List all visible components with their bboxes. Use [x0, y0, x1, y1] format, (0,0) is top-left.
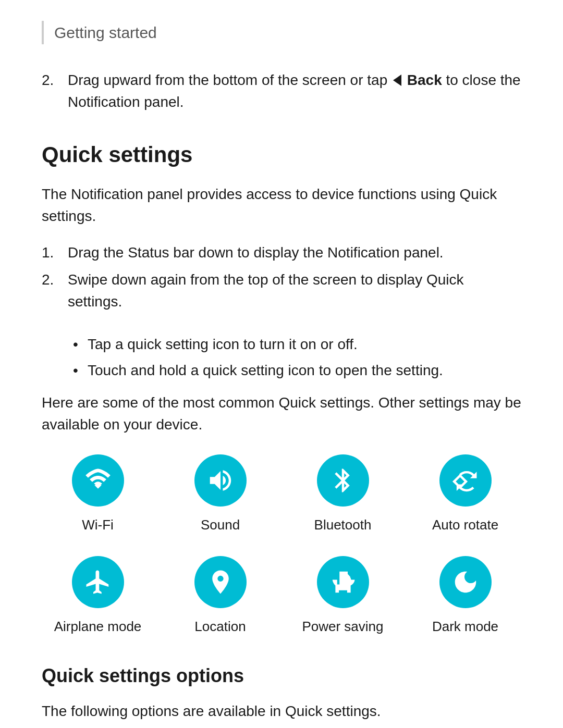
qs-item-bluetooth[interactable]: Bluetooth [287, 454, 399, 535]
qs-note: Here are some of the most common Quick s… [42, 392, 521, 436]
qs-bullet-2: Touch and hold a quick setting icon to o… [73, 360, 521, 381]
sound-icon [206, 466, 235, 495]
qs-item-sound[interactable]: Sound [164, 454, 276, 535]
autorotate-icon-circle [439, 454, 492, 507]
quick-settings-title: Quick settings [42, 138, 521, 171]
sound-label: Sound [201, 515, 240, 535]
quick-settings-icons-grid: Wi-Fi Sound Bluetooth [42, 454, 521, 637]
autorotate-label: Auto rotate [432, 515, 498, 535]
qs-step-1: 1. Drag the Status bar down to display t… [42, 242, 521, 264]
qs-item-airplane[interactable]: Airplane mode [42, 556, 154, 637]
location-icon [206, 568, 235, 596]
autorotate-icon [451, 466, 480, 495]
qs-options-title: Quick settings options [42, 662, 521, 690]
qs-options-description: The following options are available in Q… [42, 700, 521, 722]
bluetooth-label: Bluetooth [314, 515, 372, 535]
wifi-icon-circle [72, 454, 124, 507]
qs-item-wifi[interactable]: Wi-Fi [42, 454, 154, 535]
intro-step-2: 2. Drag upward from the bottom of the sc… [42, 69, 521, 113]
qs-bullets: Tap a quick setting icon to turn it on o… [73, 334, 521, 381]
bluetooth-icon [329, 466, 357, 495]
darkmode-icon-circle [439, 556, 492, 608]
step-number: 2. [42, 69, 68, 113]
qs-item-autorotate[interactable]: Auto rotate [409, 454, 521, 535]
back-chevron-icon [393, 75, 401, 86]
page-header-title: Getting started [54, 24, 157, 41]
page-header: Getting started [42, 21, 521, 44]
quick-settings-section: Quick settings The Notification panel pr… [42, 138, 521, 637]
wifi-label: Wi-Fi [82, 515, 114, 535]
powersaving-label: Power saving [302, 616, 383, 637]
bluetooth-icon-circle [317, 454, 369, 507]
airplane-icon [84, 568, 112, 596]
wifi-icon [84, 466, 112, 495]
step-text: Drag upward from the bottom of the scree… [68, 69, 521, 113]
darkmode-label: Dark mode [432, 616, 498, 637]
airplane-label: Airplane mode [54, 616, 142, 637]
quick-settings-options-section: Quick settings options The following opt… [42, 662, 521, 728]
qs-item-location[interactable]: Location [164, 556, 276, 637]
quick-settings-description: The Notification panel provides access t… [42, 183, 521, 227]
sound-icon-circle [194, 454, 247, 507]
qs-item-darkmode[interactable]: Dark mode [409, 556, 521, 637]
darkmode-icon [451, 568, 480, 596]
powersaving-icon [329, 568, 357, 596]
airplane-icon-circle [72, 556, 124, 608]
location-label: Location [194, 616, 246, 637]
location-icon-circle [194, 556, 247, 608]
qs-step-2: 2. Swipe down again from the top of the … [42, 269, 521, 313]
powersaving-icon-circle [317, 556, 369, 608]
qs-item-powersaving[interactable]: Power saving [287, 556, 399, 637]
qs-bullet-1: Tap a quick setting icon to turn it on o… [73, 334, 521, 355]
